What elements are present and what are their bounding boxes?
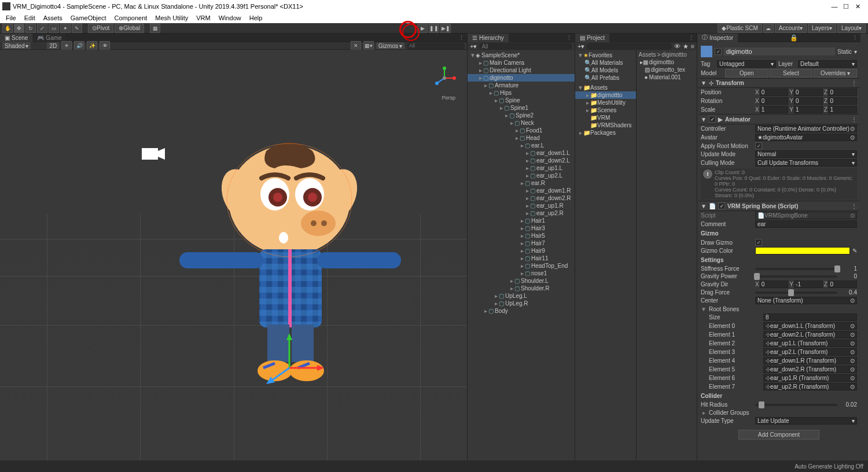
packages-row[interactable]: ▸📁Packages bbox=[575, 129, 636, 137]
scale-x-input[interactable] bbox=[760, 106, 789, 113]
hierarchy-item[interactable]: ▸▢ear_down2.L bbox=[468, 157, 575, 164]
active-checkbox[interactable]: ✓ bbox=[715, 48, 722, 55]
hierarchy-item[interactable]: ▸▢Armature bbox=[468, 82, 575, 89]
gizmos-dropdown[interactable]: Gizmos ▾ bbox=[376, 42, 404, 49]
menu-file[interactable]: File bbox=[2, 14, 20, 22]
hierarchy-item[interactable]: ▸▢Hips bbox=[468, 89, 575, 97]
rootbone-element-field[interactable]: ⊹ear_up1.L (Transform)⊙ bbox=[763, 340, 857, 347]
comment-input[interactable]: ear bbox=[755, 220, 857, 228]
rect-tool-button[interactable]: ▭ bbox=[49, 24, 59, 33]
hierarchy-item[interactable]: ▸▢ear_up1.L bbox=[468, 164, 575, 172]
filter-icon[interactable]: 👁 bbox=[674, 43, 681, 50]
rootbone-element-field[interactable]: ⊹ear_down1.L (Transform)⊙ bbox=[763, 322, 857, 330]
tag-dropdown[interactable]: Untagged▾ bbox=[717, 60, 776, 68]
rotate-tool-button[interactable]: ↻ bbox=[25, 24, 36, 33]
select-button[interactable]: Select bbox=[770, 69, 813, 78]
hidden-toggle[interactable]: 👁 bbox=[100, 41, 110, 50]
favorites-row[interactable]: ▼★Favorites bbox=[575, 51, 636, 59]
hierarchy-item[interactable]: ▸▢Hair3 bbox=[468, 224, 575, 232]
scale-y-input[interactable] bbox=[794, 106, 823, 113]
rootbone-element-field[interactable]: ⊹ear_up2.L (Transform)⊙ bbox=[763, 348, 857, 356]
custom-tool-button[interactable]: ✎ bbox=[72, 24, 82, 33]
hierarchy-item[interactable]: ▸▢Hair1 bbox=[468, 217, 575, 224]
hierarchy-item[interactable]: ▸▢Shoulder.L bbox=[468, 277, 575, 285]
fav-all-prefabs[interactable]: 🔍All Prefabs bbox=[575, 74, 636, 82]
add-icon[interactable]: +▾ bbox=[470, 43, 477, 50]
layer-dropdown[interactable]: Default▾ bbox=[798, 60, 857, 68]
update-mode-dropdown[interactable]: Normal▾ bbox=[755, 150, 857, 158]
hierarchy-item[interactable]: ▸▢ear.R bbox=[468, 179, 575, 187]
hierarchy-options-icon[interactable]: ⋮ bbox=[564, 34, 575, 42]
shading-dropdown[interactable]: Shaded ▾ bbox=[2, 42, 31, 49]
asset-folder[interactable]: ▸📁digimottto bbox=[575, 91, 636, 99]
hierarchy-item[interactable]: ▸▢ear.L bbox=[468, 142, 575, 149]
scene-search-input[interactable] bbox=[407, 43, 465, 49]
filter-sliders-icon[interactable]: ≡ bbox=[691, 43, 694, 50]
tab-inspector[interactable]: ⓘInspector bbox=[697, 34, 738, 42]
hierarchy-item[interactable]: ▸▢Shoulder.R bbox=[468, 285, 575, 292]
scale-tool-button[interactable]: ⤢ bbox=[37, 24, 47, 33]
move-tool-button[interactable]: ✥ bbox=[14, 24, 24, 33]
hierarchy-item[interactable]: ▸▢Hair5 bbox=[468, 232, 575, 239]
snap-toggle[interactable]: ▦ bbox=[150, 24, 160, 33]
project-options-icon[interactable]: ⋮ bbox=[686, 34, 697, 42]
audio-toggle[interactable]: 🔊 bbox=[74, 41, 84, 50]
collider-groups-foldout[interactable]: ▸Collider Groups bbox=[698, 408, 859, 416]
fav-all-models[interactable]: 🔍All Models bbox=[575, 67, 636, 74]
hierarchy-item[interactable]: ▸▢Hair7 bbox=[468, 239, 575, 247]
gravity-y-input[interactable] bbox=[794, 281, 823, 288]
lighting-toggle[interactable]: ☀ bbox=[61, 41, 72, 50]
hierarchy-item[interactable]: ▸▢digimotto bbox=[468, 74, 575, 82]
hierarchy-item[interactable]: ▸▢Neck bbox=[468, 119, 575, 127]
hand-tool-button[interactable]: ✋ bbox=[2, 24, 13, 33]
hierarchy-item[interactable]: ▸▢UpLeg.L bbox=[468, 292, 575, 300]
apply-root-checkbox[interactable]: ✓ bbox=[755, 142, 762, 149]
assets-row[interactable]: ▼📁Assets bbox=[575, 84, 636, 91]
hierarchy-item[interactable]: ▸▢ear_down2.R bbox=[468, 194, 575, 202]
step-button[interactable]: ▶❚ bbox=[440, 24, 451, 33]
pos-z-input[interactable] bbox=[828, 89, 857, 96]
rootbones-size-input[interactable]: 8 bbox=[763, 314, 857, 321]
rot-y-input[interactable] bbox=[794, 97, 823, 105]
scale-z-input[interactable] bbox=[828, 106, 857, 113]
rot-z-input[interactable] bbox=[828, 97, 857, 105]
menu-gameobject[interactable]: GameObject bbox=[67, 14, 110, 22]
character-model[interactable] bbox=[162, 137, 417, 391]
close-button[interactable]: ✕ bbox=[854, 3, 861, 10]
hierarchy-item[interactable]: ▸▢Directional Light bbox=[468, 67, 575, 74]
controller-field[interactable]: None (Runtime Animator Controller)⊙ bbox=[755, 125, 857, 132]
tab-scene[interactable]: ▣Scene bbox=[0, 34, 32, 42]
lighting-status[interactable]: Auto Generate Lighting Off bbox=[795, 463, 863, 470]
inspector-options-icon[interactable]: ⋮ bbox=[849, 34, 860, 42]
menu-help[interactable]: Help bbox=[246, 14, 266, 22]
file-digimottto[interactable]: ▸▦digimottto bbox=[637, 58, 697, 66]
hierarchy-item[interactable]: ▸▢Spine bbox=[468, 97, 575, 104]
play-button[interactable]: ▶ bbox=[417, 24, 428, 33]
menu-assets[interactable]: Assets bbox=[40, 14, 66, 22]
2d-toggle[interactable]: 2D bbox=[47, 42, 59, 49]
asset-folder[interactable]: ▸📁Scenes bbox=[575, 106, 636, 114]
inspector-lock-icon[interactable]: 🔒 bbox=[788, 34, 800, 42]
rootbone-element-field[interactable]: ⊹ear_down2.L (Transform)⊙ bbox=[763, 331, 857, 338]
gizmo-color-swatch[interactable] bbox=[755, 247, 850, 255]
rootbone-element-field[interactable]: ⊹ear_up2.R (Transform)⊙ bbox=[763, 383, 857, 390]
animator-enable-checkbox[interactable]: ✓ bbox=[709, 116, 716, 123]
fav-all-materials[interactable]: 🔍All Materials bbox=[575, 59, 636, 67]
hierarchy-item[interactable]: ▸▢Hair11 bbox=[468, 255, 575, 262]
pause-button[interactable]: ❚❚ bbox=[429, 24, 439, 33]
menu-window[interactable]: Window bbox=[215, 14, 245, 22]
tab-hierarchy[interactable]: ☰Hierarchy bbox=[468, 34, 509, 42]
hierarchy-item[interactable]: ▸▢ear_up1.R bbox=[468, 202, 575, 209]
pos-x-input[interactable] bbox=[760, 89, 789, 96]
gravity-power-slider[interactable] bbox=[755, 275, 837, 278]
hierarchy-item[interactable]: ▸▢Spine1 bbox=[468, 104, 575, 112]
layout-dropdown[interactable]: Layout ▾ bbox=[837, 24, 866, 33]
add-component-button[interactable]: Add Component bbox=[738, 430, 819, 440]
maximize-button[interactable]: ☐ bbox=[843, 3, 849, 10]
hierarchy-item[interactable]: ▸▢Main Camera bbox=[468, 59, 575, 67]
hierarchy-item[interactable]: ▸▢Head bbox=[468, 134, 575, 142]
avatar-field[interactable]: ★digimottoAvatar⊙ bbox=[755, 134, 857, 141]
hit-radius-slider[interactable] bbox=[755, 404, 837, 406]
hierarchy-item[interactable]: ▸▢ear_down1.R bbox=[468, 187, 575, 194]
animator-header[interactable]: ▼✓▶Animator⋮ bbox=[698, 114, 859, 124]
